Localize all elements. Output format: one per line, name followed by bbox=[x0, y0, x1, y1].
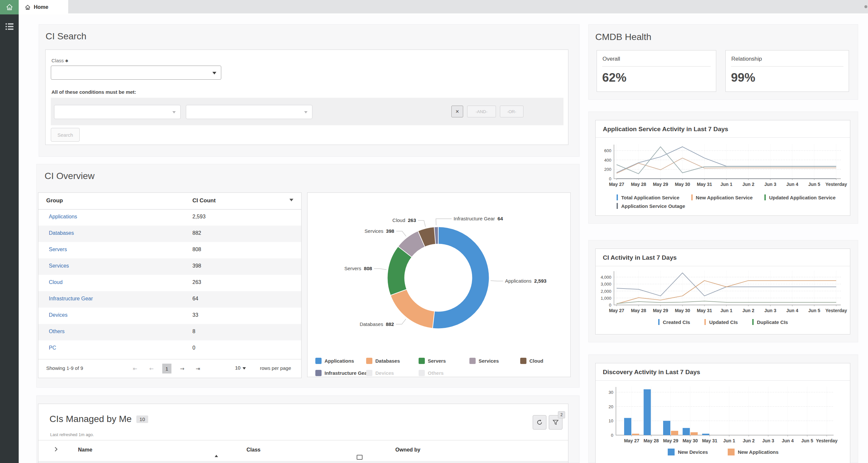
svg-text:4,000: 4,000 bbox=[600, 275, 611, 280]
prev-page-icon[interactable]: ← bbox=[147, 364, 156, 373]
relationship-health-card: Relationship 99% bbox=[725, 50, 849, 92]
menu-list-icon[interactable] bbox=[5, 22, 14, 31]
and-button[interactable]: -AND- bbox=[467, 105, 496, 117]
overall-value: 62% bbox=[602, 71, 626, 85]
donut-chart[interactable]: Applications2,593Databases882Servers808S… bbox=[307, 193, 571, 353]
first-page-icon[interactable]: ⇤ bbox=[130, 364, 140, 373]
ci-count-value: 2,593 bbox=[192, 214, 206, 220]
search-button[interactable]: Search bbox=[51, 128, 80, 142]
legend-item[interactable]: Duplicate CIs bbox=[752, 319, 788, 325]
legend-item[interactable]: Databases bbox=[366, 358, 400, 364]
donut-label: Applications2,593 bbox=[505, 278, 547, 284]
legend-swatch bbox=[315, 358, 321, 364]
legend-swatch bbox=[418, 370, 425, 376]
column-name[interactable]: Name bbox=[78, 447, 92, 453]
column-menu-icon[interactable] bbox=[289, 199, 293, 201]
donut-slice bbox=[399, 292, 434, 320]
relationship-label: Relationship bbox=[731, 56, 762, 62]
donut-label: Servers808 bbox=[344, 266, 372, 271]
legend-item[interactable]: New Applications bbox=[728, 449, 778, 456]
table-row: Applications2,593 bbox=[38, 209, 301, 225]
group-link[interactable]: Servers bbox=[49, 247, 67, 252]
condition-operator-select[interactable] bbox=[186, 105, 312, 119]
column-ci-count[interactable]: CI Count bbox=[192, 197, 216, 204]
group-link[interactable]: Devices bbox=[49, 312, 67, 318]
legend-item[interactable]: Application Service Outage bbox=[617, 203, 685, 209]
legend-item[interactable]: Devices bbox=[366, 370, 394, 376]
topbar-overflow-icon[interactable] bbox=[864, 5, 867, 8]
ci-search-card: Class✱ All of these conditions must be m… bbox=[45, 50, 568, 145]
delete-condition-button[interactable]: × bbox=[452, 105, 463, 117]
donut-label: Infrastructure Gear64 bbox=[454, 216, 503, 221]
legend-swatch bbox=[418, 358, 425, 364]
column-group[interactable]: Group bbox=[46, 197, 63, 204]
divider bbox=[602, 66, 711, 67]
rows-per-page-label: rows per page bbox=[260, 365, 291, 371]
ci-overview-table-card: Group CI Count Applications2,593Database… bbox=[38, 192, 302, 378]
ci-search-section: CI Search Class✱ All of these conditions… bbox=[39, 24, 580, 157]
group-link[interactable]: Infrastructure Gear bbox=[49, 296, 93, 302]
home-logo-button[interactable] bbox=[0, 0, 19, 14]
legend-item[interactable]: Updated CIs bbox=[705, 319, 738, 325]
legend-item[interactable]: Updated Application Service bbox=[765, 194, 836, 200]
table-row: Services398 bbox=[38, 258, 301, 275]
svg-text:May 28: May 28 bbox=[631, 182, 646, 187]
column-owned-by[interactable]: Owned by bbox=[395, 447, 420, 453]
conditions-text: All of these conditions must be met: bbox=[52, 89, 136, 95]
discovery-activity-section: Discovery Activity in Last 7 Days May 27… bbox=[588, 354, 858, 463]
donut-label: Services398 bbox=[365, 228, 394, 234]
svg-text:Jun 2: Jun 2 bbox=[743, 438, 755, 443]
group-link[interactable]: Services bbox=[49, 263, 69, 269]
expand-chevron-icon[interactable] bbox=[54, 445, 59, 454]
ci-activity-chart-title: CI Activity in Last 7 Days bbox=[603, 254, 677, 261]
last-page-icon[interactable]: ⇥ bbox=[193, 364, 203, 373]
group-link[interactable]: PC bbox=[49, 345, 56, 351]
rows-per-page-select[interactable]: 10 bbox=[235, 365, 246, 371]
svg-text:May 30: May 30 bbox=[682, 438, 698, 443]
or-button[interactable]: -OR- bbox=[500, 105, 524, 117]
column-class[interactable]: Class bbox=[247, 447, 260, 453]
current-page[interactable]: 1 bbox=[162, 364, 172, 373]
table-row: Servers808 bbox=[38, 242, 301, 258]
svg-text:0: 0 bbox=[611, 433, 613, 438]
legend-item[interactable]: Cloud bbox=[520, 358, 544, 364]
last-refreshed-label: Last refreshed 1m ago. bbox=[50, 432, 94, 437]
bar bbox=[671, 431, 678, 435]
donut-slice bbox=[396, 252, 405, 292]
legend-item[interactable]: Others bbox=[418, 370, 443, 376]
table-row[interactable] bbox=[38, 461, 568, 463]
svg-text:600: 600 bbox=[604, 148, 611, 153]
legend-item[interactable]: New Devices bbox=[668, 449, 708, 456]
chevron-down-icon bbox=[212, 72, 216, 74]
table-body: Applications2,593Databases882Servers808S… bbox=[38, 209, 301, 357]
legend-swatch bbox=[765, 194, 766, 200]
svg-text:May 29: May 29 bbox=[653, 182, 669, 187]
group-link[interactable]: Cloud bbox=[49, 279, 63, 285]
group-link[interactable]: Others bbox=[49, 329, 65, 335]
condition-row: × -AND- -OR- bbox=[51, 98, 563, 125]
svg-text:May 28: May 28 bbox=[631, 308, 646, 313]
refresh-button[interactable] bbox=[533, 415, 547, 430]
ci-activity-section: CI Activity in Last 7 Days May 27May 28M… bbox=[588, 240, 858, 342]
legend-item[interactable]: New Application Service bbox=[691, 194, 753, 200]
ci-count-value: 8 bbox=[192, 329, 195, 335]
legend-item[interactable]: Total Application Service bbox=[617, 194, 680, 200]
series-line bbox=[617, 147, 836, 173]
class-select[interactable] bbox=[51, 66, 221, 80]
ci-search-title: CI Search bbox=[45, 31, 87, 42]
bar bbox=[683, 428, 690, 435]
ci-count-value: 398 bbox=[192, 263, 201, 269]
legend-item[interactable]: Created CIs bbox=[658, 319, 690, 325]
group-link[interactable]: Applications bbox=[49, 214, 77, 220]
next-page-icon[interactable]: → bbox=[177, 364, 187, 373]
legend-item[interactable]: Applications bbox=[315, 358, 354, 364]
legend-item[interactable]: Services bbox=[469, 358, 499, 364]
legend-item[interactable]: Servers bbox=[418, 358, 446, 364]
svg-text:Yesterday: Yesterday bbox=[826, 182, 847, 187]
app-service-line-chart: May 27May 28May 29May 30May 31Jun 1Jun 2… bbox=[596, 138, 850, 194]
legend-swatch bbox=[668, 449, 675, 456]
condition-field-select[interactable] bbox=[54, 105, 181, 119]
legend-item[interactable]: Infrastructure Gear bbox=[315, 370, 369, 376]
tab-home[interactable]: Home bbox=[19, 0, 68, 14]
group-link[interactable]: Databases bbox=[49, 230, 74, 236]
